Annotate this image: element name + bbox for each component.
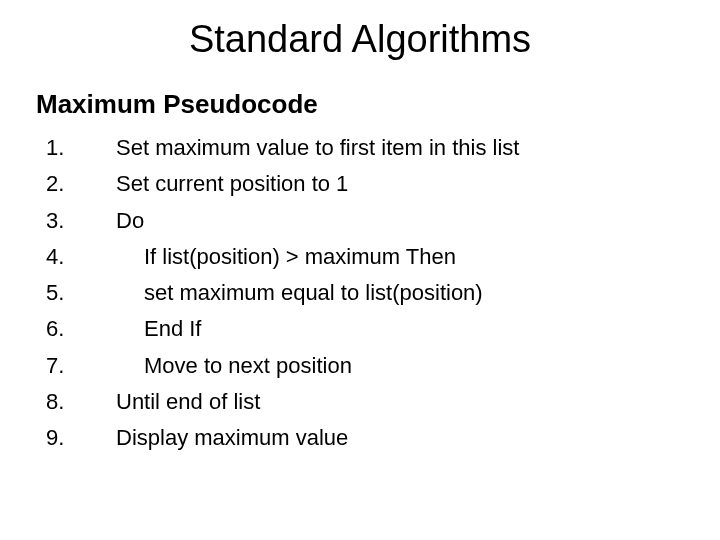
list-item: 7. Move to next position [46, 348, 690, 384]
line-text: set maximum equal to list(position) [116, 275, 690, 311]
line-text: If list(position) > maximum Then [116, 239, 690, 275]
line-number: 4. [46, 239, 116, 275]
list-item: 1. Set maximum value to first item in th… [46, 130, 690, 166]
line-text: End If [116, 311, 690, 347]
list-item: 4. If list(position) > maximum Then [46, 239, 690, 275]
list-item: 9. Display maximum value [46, 420, 690, 456]
line-number: 5. [46, 275, 116, 311]
pseudocode-list: 1. Set maximum value to first item in th… [46, 130, 690, 457]
line-number: 3. [46, 203, 116, 239]
list-item: 2. Set current position to 1 [46, 166, 690, 202]
line-text: Display maximum value [116, 420, 690, 456]
slide: Standard Algorithms Maximum Pseudocode 1… [0, 0, 720, 540]
slide-title: Standard Algorithms [0, 0, 720, 61]
list-item: 5. set maximum equal to list(position) [46, 275, 690, 311]
line-number: 6. [46, 311, 116, 347]
list-item: 8. Until end of list [46, 384, 690, 420]
line-text: Set maximum value to first item in this … [116, 130, 690, 166]
slide-subtitle: Maximum Pseudocode [36, 89, 720, 120]
list-item: 3. Do [46, 203, 690, 239]
line-number: 9. [46, 420, 116, 456]
line-number: 7. [46, 348, 116, 384]
line-text: Do [116, 203, 690, 239]
line-number: 2. [46, 166, 116, 202]
list-item: 6. End If [46, 311, 690, 347]
line-text: Until end of list [116, 384, 690, 420]
line-number: 8. [46, 384, 116, 420]
line-text: Set current position to 1 [116, 166, 690, 202]
line-number: 1. [46, 130, 116, 166]
line-text: Move to next position [116, 348, 690, 384]
